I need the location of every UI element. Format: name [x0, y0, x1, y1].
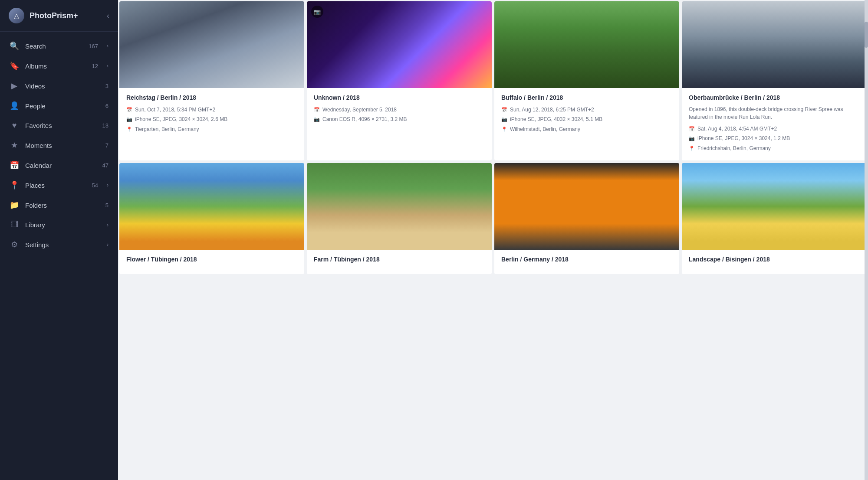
photo-card-berlin-graffiti[interactable]: ♡ Berlin / Germany / 2018: [494, 163, 679, 274]
photo-grid: ♡ Reichstag / Berlin / 2018 📅 Sun, Oct 7…: [118, 0, 868, 275]
photo-thumbnail-flower: ♡: [119, 163, 304, 250]
pin-icon: 📍: [126, 125, 132, 134]
scrollbar[interactable]: [865, 0, 868, 480]
sidebar-count-places: 54: [89, 182, 98, 189]
photo-location-buffalo: Wilhelmstadt, Berlin, Germany: [510, 125, 580, 134]
photo-camera-row-reichstag: 📷 iPhone SE, JPEG, 3024 × 3024, 2.6 MB: [126, 115, 297, 124]
chevron-albums-icon: ›: [107, 63, 108, 69]
photo-card-unknown[interactable]: 📷 ♡ Unknown / 2018 📅 Wednesday, Septembe…: [307, 1, 492, 160]
calendar-icon: 📅: [126, 106, 132, 114]
photo-camera-oberbaum: iPhone SE, JPEG, 3024 × 3024, 1.2 MB: [697, 134, 790, 143]
places-icon: 📍: [10, 180, 19, 190]
photo-card-reichstag[interactable]: ♡ Reichstag / Berlin / 2018 📅 Sun, Oct 7…: [119, 1, 304, 160]
photo-camera-row-unknown: 📷 Canon EOS R, 4096 × 2731, 3.2 MB: [314, 115, 485, 124]
sidebar-label-folders: Folders: [25, 202, 94, 209]
photo-camera-buffalo: iPhone SE, JPEG, 4032 × 3024, 5.1 MB: [510, 115, 602, 124]
sidebar-item-calendar[interactable]: 📅 Calendar 47: [0, 155, 118, 175]
photo-card-flower[interactable]: ♡ Flower / Tübingen / 2018: [119, 163, 304, 274]
photo-camera-row-buffalo: 📷 iPhone SE, JPEG, 4032 × 3024, 5.1 MB: [501, 115, 672, 124]
sidebar-label-people: People: [25, 102, 94, 110]
photo-thumbnail-farm: ♡: [307, 163, 492, 250]
photo-card-oberbaum[interactable]: ♡ Oberbaumbrücke / Berlin / 2018 Opened …: [682, 1, 867, 160]
sidebar-item-people[interactable]: 👤 People 6: [0, 96, 118, 116]
sidebar-item-videos[interactable]: ▶ Videos 3: [0, 76, 118, 96]
camera-icon: 📷: [689, 134, 695, 143]
photo-meta-buffalo: 📅 Sun, Aug 12, 2018, 6:25 PM GMT+2 📷 iPh…: [501, 105, 672, 134]
photo-title-buffalo: Buffalo / Berlin / 2018: [501, 94, 672, 101]
photo-date-row-unknown: 📅 Wednesday, September 5, 2018: [314, 105, 485, 114]
photo-date-row-oberbaum: 📅 Sat, Aug 4, 2018, 4:54 AM GMT+2: [689, 124, 860, 133]
sidebar-label-videos: Videos: [25, 82, 94, 90]
photo-card-landscape[interactable]: ♡ Landscape / Bisingen / 2018: [682, 163, 867, 274]
camera-icon: 📷: [314, 115, 320, 124]
photo-image-flower: [119, 163, 304, 250]
photo-title-flower: Flower / Tübingen / 2018: [126, 256, 297, 263]
calendar-icon: 📅: [689, 125, 695, 133]
photo-image-berlin-graffiti: [494, 163, 679, 250]
calendar-icon: 📅: [501, 106, 507, 114]
sidebar-item-places[interactable]: 📍 Places 54 ›: [0, 175, 118, 195]
app-name: PhotoPrism+: [30, 11, 78, 20]
photo-thumbnail-berlin-graffiti: ♡: [494, 163, 679, 250]
sidebar-count-moments: 7: [100, 142, 108, 149]
scroll-thumb[interactable]: [865, 22, 868, 48]
sidebar-item-favorites[interactable]: ♥ Favorites 13: [0, 116, 118, 135]
photo-card-farm[interactable]: ♡ Farm / Tübingen / 2018: [307, 163, 492, 274]
search-icon: 🔍: [10, 41, 19, 51]
photo-thumbnail-unknown: 📷 ♡: [307, 1, 492, 88]
photo-location-row-reichstag: 📍 Tiergarten, Berlin, Germany: [126, 125, 297, 134]
sidebar-count-albums: 12: [89, 63, 98, 69]
photo-meta-reichstag: 📅 Sun, Oct 7, 2018, 5:34 PM GMT+2 📷 iPho…: [126, 105, 297, 134]
sidebar-label-library: Library: [25, 221, 98, 229]
sidebar-label-places: Places: [25, 182, 83, 189]
chevron-search-icon: ›: [107, 43, 108, 49]
photo-info-buffalo: Buffalo / Berlin / 2018 📅 Sun, Aug 12, 2…: [494, 88, 679, 141]
app-logo: △ PhotoPrism+: [9, 8, 78, 23]
photo-title-reichstag: Reichstag / Berlin / 2018: [126, 94, 297, 101]
photo-image-buffalo: [494, 1, 679, 88]
photo-date-unknown: Wednesday, September 5, 2018: [322, 105, 397, 114]
sidebar-item-albums[interactable]: 🔖 Albums 12 ›: [0, 56, 118, 76]
photo-location-reichstag: Tiergarten, Berlin, Germany: [135, 125, 199, 134]
logo-icon: △: [9, 8, 24, 23]
photo-card-buffalo[interactable]: ♡ Buffalo / Berlin / 2018 📅 Sun, Aug 12,…: [494, 1, 679, 160]
photo-location-oberbaum: Friedrichshain, Berlin, Germany: [697, 144, 771, 153]
photo-image-landscape: [682, 163, 867, 250]
sidebar-count-people: 6: [100, 103, 108, 109]
photo-image-oberbaum: [682, 1, 867, 88]
sidebar-collapse-button[interactable]: ‹: [107, 11, 109, 20]
albums-icon: 🔖: [10, 61, 19, 71]
sidebar-item-search[interactable]: 🔍 Search 167 ›: [0, 36, 118, 56]
sidebar-label-settings: Settings: [25, 241, 98, 248]
photo-location-row-oberbaum: 📍 Friedrichshain, Berlin, Germany: [689, 144, 860, 153]
photo-title-berlin-graffiti: Berlin / Germany / 2018: [501, 256, 672, 263]
photo-title-farm: Farm / Tübingen / 2018: [314, 256, 485, 263]
photo-date-oberbaum: Sat, Aug 4, 2018, 4:54 AM GMT+2: [697, 124, 777, 133]
sidebar-label-moments: Moments: [25, 142, 94, 149]
photo-title-landscape: Landscape / Bisingen / 2018: [689, 256, 860, 263]
chevron-places-icon: ›: [107, 182, 108, 188]
sidebar-label-search: Search: [25, 42, 82, 50]
chevron-settings-icon: ›: [107, 242, 108, 248]
sidebar-nav: 🔍 Search 167 › 🔖 Albums 12 › ▶ Videos 3 …: [0, 32, 118, 480]
main-content: ♡ Reichstag / Berlin / 2018 📅 Sun, Oct 7…: [118, 0, 868, 480]
sidebar-item-moments[interactable]: ★ Moments 7: [0, 135, 118, 155]
photo-thumbnail-reichstag: ♡: [119, 1, 304, 88]
calendar-icon: 📅: [10, 160, 19, 170]
videos-icon: ▶: [10, 81, 19, 91]
sidebar-item-folders[interactable]: 📁 Folders 5: [0, 195, 118, 215]
photo-info-berlin-graffiti: Berlin / Germany / 2018: [494, 250, 679, 274]
photo-thumbnail-landscape: ♡: [682, 163, 867, 250]
photo-image-reichstag: [119, 1, 304, 88]
sidebar-label-albums: Albums: [25, 62, 83, 70]
photo-date-reichstag: Sun, Oct 7, 2018, 5:34 PM GMT+2: [135, 105, 215, 114]
photo-date-buffalo: Sun, Aug 12, 2018, 6:25 PM GMT+2: [510, 105, 594, 114]
sidebar-item-library[interactable]: 🎞 Library ›: [0, 215, 118, 235]
settings-icon: ⚙: [10, 240, 19, 249]
camera-badge-unknown: 📷: [311, 6, 323, 18]
people-icon: 👤: [10, 101, 19, 111]
photo-info-landscape: Landscape / Bisingen / 2018: [682, 250, 867, 274]
sidebar: △ PhotoPrism+ ‹ 🔍 Search 167 › 🔖 Albums …: [0, 0, 118, 480]
moments-icon: ★: [10, 140, 19, 150]
sidebar-item-settings[interactable]: ⚙ Settings ›: [0, 235, 118, 255]
